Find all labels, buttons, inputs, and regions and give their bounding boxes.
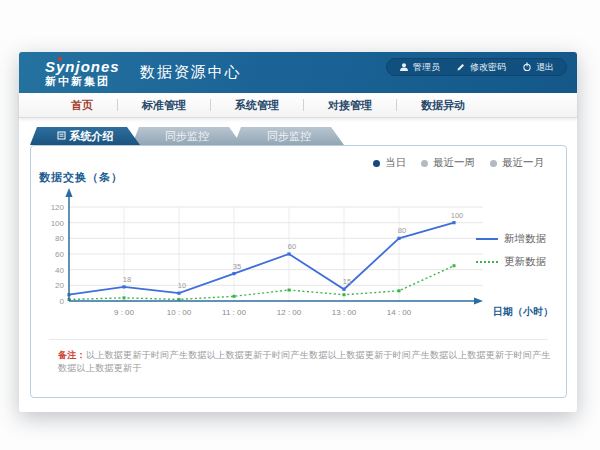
time-range-group: 当日最近一周最近一月 (373, 156, 544, 170)
note-divider (49, 339, 548, 340)
radio-dot-icon (421, 160, 428, 167)
edit-icon (456, 62, 466, 72)
range-option-label: 最近一周 (433, 156, 475, 170)
legend-line-icon (476, 261, 498, 263)
legend-label: 新增数据 (504, 232, 546, 246)
power-icon (522, 62, 532, 72)
svg-text:日期（小时）: 日期（小时） (493, 306, 553, 317)
svg-text:13 : 00: 13 : 00 (332, 308, 357, 317)
user-toolbar: 管理员修改密码退出 (386, 58, 567, 76)
logo-text: Synjones (45, 59, 120, 74)
tab-2[interactable]: 同步监控 (132, 127, 242, 145)
user-button-label: 退出 (536, 61, 554, 74)
svg-text:60: 60 (288, 242, 296, 251)
document-icon (57, 130, 66, 142)
y-axis-title: 数据交换（条） (39, 170, 123, 185)
svg-text:9 : 00: 9 : 00 (114, 308, 135, 317)
nav-item-3[interactable]: 系统管理 (211, 98, 303, 113)
user-button-label: 管理员 (413, 61, 440, 74)
legend-item-1: 新增数据 (476, 232, 546, 246)
footnote: 备注：以上数据更新于时间产生数据以上数据更新于时间产生数据以上数据更新于时间产生… (58, 349, 558, 375)
nav-item-5[interactable]: 数据异动 (397, 98, 489, 113)
svg-text:20: 20 (55, 281, 64, 290)
user-button-2[interactable]: 修改密码 (456, 61, 506, 74)
svg-text:100: 100 (451, 211, 464, 220)
company-logo: Synjones 新中新集团 (45, 59, 120, 87)
footnote-prefix: 备注： (58, 350, 86, 360)
header: Synjones 新中新集团 数据资源中心 管理员修改密码退出 (19, 52, 577, 93)
tab-3[interactable]: 同步监控 (234, 127, 344, 145)
chart-legend: 新增数据更新数据 (476, 232, 546, 269)
svg-text:60: 60 (55, 250, 64, 259)
page-title: 数据资源中心 (140, 63, 242, 82)
svg-text:14 : 00: 14 : 00 (387, 308, 412, 317)
user-button-label: 修改密码 (470, 61, 506, 74)
footnote-text: 以上数据更新于时间产生数据以上数据更新于时间产生数据以上数据更新于时间产生数据以… (58, 350, 551, 373)
tab-1[interactable]: 系统介绍 (30, 127, 140, 145)
legend-line-icon (476, 238, 498, 240)
range-option-label: 最近一月 (502, 156, 544, 170)
app-window: Synjones 新中新集团 数据资源中心 管理员修改密码退出 首页标准管理系统… (19, 52, 577, 412)
svg-text:11 : 00: 11 : 00 (222, 308, 246, 317)
legend-item-2: 更新数据 (476, 255, 546, 269)
main-nav: 首页标准管理系统管理对接管理数据异动 (19, 93, 577, 118)
svg-text:0: 0 (60, 297, 65, 306)
range-option-3[interactable]: 最近一月 (490, 156, 544, 170)
legend-label: 更新数据 (504, 255, 546, 269)
svg-text:120: 120 (51, 203, 65, 212)
range-option-1[interactable]: 当日 (373, 156, 406, 170)
nav-item-2[interactable]: 标准管理 (118, 98, 210, 113)
svg-text:15: 15 (343, 277, 351, 286)
svg-text:10: 10 (178, 281, 186, 290)
tab-bar: 系统介绍同步监控同步监控 (30, 127, 336, 145)
tab-label: 系统介绍 (70, 129, 114, 144)
user-icon (399, 62, 409, 72)
svg-text:80: 80 (398, 226, 406, 235)
logo-subtext: 新中新集团 (45, 76, 120, 87)
range-option-label: 当日 (385, 156, 406, 170)
user-button-1[interactable]: 管理员 (399, 61, 440, 74)
svg-text:12 : 00: 12 : 00 (277, 308, 302, 317)
svg-text:80: 80 (55, 234, 64, 243)
svg-text:40: 40 (55, 266, 64, 275)
logo-red-dot-icon (58, 57, 62, 61)
content-panel: 当日最近一周最近一月 数据交换（条） 020406080100120181035… (30, 145, 567, 398)
page: Synjones 新中新集团 数据资源中心 管理员修改密码退出 首页标准管理系统… (0, 0, 600, 450)
nav-item-4[interactable]: 对接管理 (304, 98, 396, 113)
user-button-3[interactable]: 退出 (522, 61, 554, 74)
range-option-2[interactable]: 最近一周 (421, 156, 475, 170)
tab-label: 同步监控 (165, 129, 209, 144)
nav-item-1[interactable]: 首页 (47, 98, 117, 113)
svg-text:100: 100 (51, 219, 65, 228)
radio-dot-icon (490, 160, 497, 167)
svg-text:10 : 00: 10 : 00 (167, 308, 192, 317)
radio-dot-icon (373, 160, 380, 167)
svg-text:35: 35 (233, 262, 241, 271)
tab-label: 同步监控 (267, 129, 311, 144)
svg-text:18: 18 (123, 275, 131, 284)
